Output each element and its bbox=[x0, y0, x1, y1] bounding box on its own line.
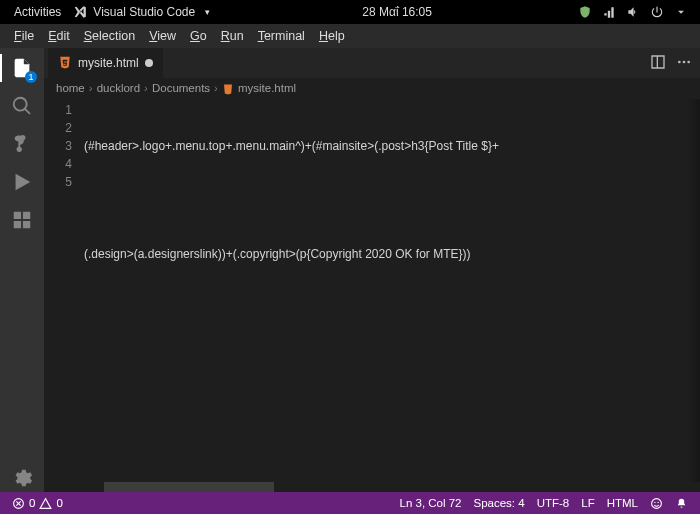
horizontal-scrollbar[interactable] bbox=[44, 482, 700, 492]
code-line[interactable]: (#header>.logo+.menu.top+.menu.main^)+(#… bbox=[84, 137, 700, 155]
menu-run[interactable]: Run bbox=[215, 27, 250, 45]
network-icon[interactable] bbox=[602, 5, 616, 19]
code-line[interactable] bbox=[84, 299, 700, 317]
status-bar: 0 0 Ln 3, Col 72 Spaces: 4 UTF-8 LF HTML bbox=[0, 492, 700, 514]
tab-dirty-indicator bbox=[145, 59, 153, 67]
svg-point-4 bbox=[652, 498, 662, 508]
tab-row: mysite.html bbox=[44, 48, 700, 78]
menu-go[interactable]: Go bbox=[184, 27, 213, 45]
app-menu-label: Visual Studio Code bbox=[93, 5, 195, 19]
error-icon bbox=[12, 497, 25, 510]
svg-point-0 bbox=[678, 60, 681, 63]
chevron-right-icon: › bbox=[214, 82, 218, 94]
code-line[interactable] bbox=[84, 353, 700, 371]
menu-help[interactable]: Help bbox=[313, 27, 351, 45]
shield-icon[interactable] bbox=[578, 5, 592, 19]
status-notifications[interactable] bbox=[669, 497, 694, 510]
breadcrumb[interactable]: home › ducklord › Documents › mysite.htm… bbox=[44, 78, 700, 99]
activity-scm[interactable] bbox=[8, 130, 36, 158]
menu-selection[interactable]: Selection bbox=[78, 27, 141, 45]
status-indent[interactable]: Spaces: 4 bbox=[468, 497, 531, 509]
status-problems[interactable]: 0 0 bbox=[6, 497, 69, 510]
code-line[interactable] bbox=[84, 191, 700, 209]
menu-bar: File Edit Selection View Go Run Terminal… bbox=[0, 24, 700, 48]
activities-button[interactable]: Activities bbox=[8, 5, 67, 19]
code-area[interactable]: (#header>.logo+.menu.top+.menu.main^)+(#… bbox=[80, 99, 700, 482]
status-feedback[interactable] bbox=[644, 497, 669, 510]
tab-mysite[interactable]: mysite.html bbox=[48, 48, 164, 78]
status-lncol[interactable]: Ln 3, Col 72 bbox=[394, 497, 468, 509]
status-language[interactable]: HTML bbox=[601, 497, 644, 509]
code-line[interactable]: (.design>(a.designerslink))+(.copyright>… bbox=[84, 245, 700, 263]
activity-bar: 1 bbox=[0, 48, 44, 492]
more-actions-icon[interactable] bbox=[676, 54, 692, 73]
breadcrumb-seg[interactable]: Documents bbox=[152, 82, 210, 94]
bell-icon bbox=[675, 497, 688, 510]
line-number-gutter: 1 2 3 4 5 bbox=[44, 99, 80, 482]
app-menu[interactable]: Visual Studio Code bbox=[67, 5, 216, 19]
status-eol[interactable]: LF bbox=[575, 497, 600, 509]
warning-icon bbox=[39, 497, 52, 510]
breadcrumb-seg[interactable]: ducklord bbox=[97, 82, 140, 94]
menu-file[interactable]: File bbox=[8, 27, 40, 45]
split-editor-icon[interactable] bbox=[650, 54, 666, 73]
chevron-right-icon: › bbox=[144, 82, 148, 94]
svg-point-5 bbox=[654, 501, 655, 502]
svg-point-2 bbox=[687, 60, 690, 63]
menu-terminal[interactable]: Terminal bbox=[252, 27, 311, 45]
activity-explorer[interactable]: 1 bbox=[8, 54, 36, 82]
html-file-icon bbox=[222, 82, 236, 95]
status-encoding[interactable]: UTF-8 bbox=[531, 497, 576, 509]
tab-label: mysite.html bbox=[78, 56, 139, 70]
menu-view[interactable]: View bbox=[143, 27, 182, 45]
activity-settings[interactable] bbox=[8, 464, 36, 492]
scrollbar-thumb[interactable] bbox=[104, 482, 274, 492]
vscode-icon bbox=[73, 5, 87, 19]
activity-run-debug[interactable] bbox=[8, 168, 36, 196]
smiley-icon bbox=[650, 497, 663, 510]
explorer-badge: 1 bbox=[25, 71, 37, 83]
svg-point-6 bbox=[657, 501, 658, 502]
menu-edit[interactable]: Edit bbox=[42, 27, 76, 45]
chevron-right-icon: › bbox=[89, 82, 93, 94]
activity-extensions[interactable] bbox=[8, 206, 36, 234]
editor[interactable]: 1 2 3 4 5 (#header>.logo+.menu.top+.menu… bbox=[44, 99, 700, 482]
svg-point-1 bbox=[683, 60, 686, 63]
html-file-icon bbox=[58, 55, 72, 72]
clock[interactable]: 28 Μαΐ 16:05 bbox=[356, 5, 438, 19]
breadcrumb-seg[interactable]: home bbox=[56, 82, 85, 94]
breadcrumb-seg[interactable]: mysite.html bbox=[238, 82, 296, 94]
power-icon[interactable] bbox=[650, 5, 664, 19]
sound-icon[interactable] bbox=[626, 5, 640, 19]
activity-search[interactable] bbox=[8, 92, 36, 120]
system-menu-chevron-icon[interactable] bbox=[674, 5, 688, 19]
